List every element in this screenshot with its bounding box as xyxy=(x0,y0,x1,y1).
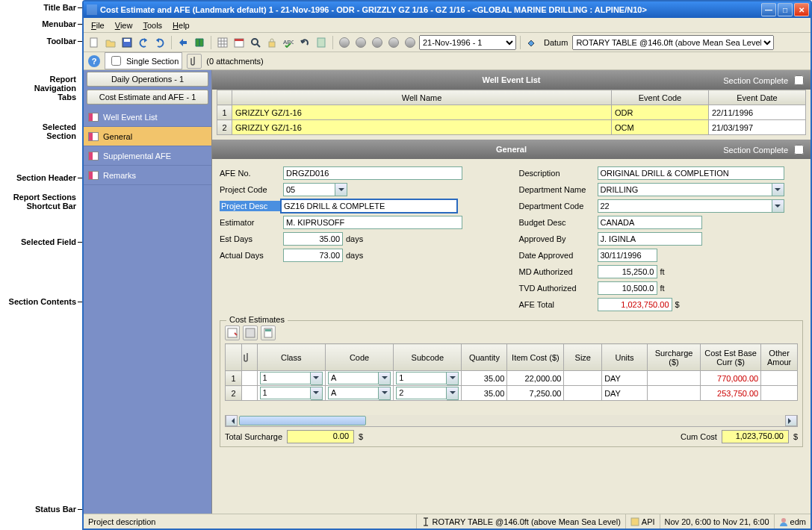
col-cost-est[interactable]: Cost Est Base Curr ($) xyxy=(701,344,761,371)
col-size[interactable]: Size xyxy=(564,344,602,371)
input-date-approved[interactable] xyxy=(598,249,657,262)
col-event-date[interactable]: Event Date xyxy=(709,90,806,105)
section-complete-well-events[interactable]: Section Complete xyxy=(723,73,806,87)
sidebar-item-supplemental-afe[interactable]: Supplemental AFE xyxy=(84,146,211,166)
dropdown-icon[interactable] xyxy=(311,372,323,385)
report-tab-daily-ops[interactable]: Daily Operations - 1 xyxy=(87,72,208,87)
col-other[interactable]: Other Amour xyxy=(761,344,798,371)
dropdown-icon[interactable] xyxy=(379,387,391,400)
single-section-toggle[interactable]: Single Section xyxy=(105,52,182,69)
callout-selected-section: Selected Section xyxy=(43,122,76,140)
col-item-cost[interactable]: Item Cost ($) xyxy=(507,344,564,371)
col-attach[interactable] xyxy=(242,344,257,371)
section-complete-general[interactable]: Section Complete xyxy=(723,143,806,157)
report-icon[interactable] xyxy=(314,35,329,50)
open-icon[interactable] xyxy=(103,35,118,50)
col-class[interactable]: Class xyxy=(257,344,325,371)
input-description[interactable] xyxy=(598,166,784,180)
scroll-left-icon[interactable] xyxy=(226,415,238,426)
input-afe-no[interactable] xyxy=(283,166,462,180)
col-subcode[interactable]: Subcode xyxy=(394,344,462,371)
input-estimator[interactable] xyxy=(283,216,462,229)
date-selector[interactable]: 21-Nov-1996 - 1 xyxy=(419,35,516,50)
section-icon xyxy=(88,171,99,180)
sidebar-item-remarks[interactable]: Remarks xyxy=(84,166,211,185)
sidebar-item-general[interactable]: General xyxy=(84,127,211,146)
datum-selector[interactable]: ROTARY TABLE @146.0ft (above Mean Sea Le… xyxy=(572,35,774,50)
report-tab-cost-estimate[interactable]: Cost Estimate and AFE - 1 xyxy=(87,90,208,105)
table-row[interactable]: 2 1 A 2 35.00 7,250.00 DAY xyxy=(226,386,798,401)
table-row[interactable]: 2 GRIZZLY GZ/1-16 OCM 21/03/1997 xyxy=(217,120,806,135)
input-actual-days[interactable] xyxy=(283,249,343,262)
callout-report-nav-tabs: Report Navigation Tabs xyxy=(34,75,76,102)
refresh-icon[interactable] xyxy=(297,35,312,50)
table-row[interactable]: 1 1 A 1 35.00 22,000.00 DAY xyxy=(226,371,798,386)
ce-remove-icon[interactable] xyxy=(243,325,258,340)
input-est-days[interactable] xyxy=(283,232,343,246)
grid-icon[interactable] xyxy=(215,35,230,50)
attachments-icon[interactable] xyxy=(187,54,202,69)
dropdown-icon[interactable] xyxy=(772,199,784,213)
input-project-code[interactable] xyxy=(283,183,347,196)
scroll-thumb[interactable] xyxy=(239,416,366,425)
menu-help[interactable]: Help xyxy=(168,19,194,31)
horizontal-scrollbar[interactable] xyxy=(225,415,798,427)
sidebar-item-well-event-list[interactable]: Well Event List xyxy=(84,107,211,127)
undo-icon[interactable] xyxy=(136,35,151,50)
dropdown-icon[interactable] xyxy=(447,372,459,385)
nav-last-icon[interactable] xyxy=(386,35,401,50)
dropdown-icon[interactable] xyxy=(335,183,347,196)
close-button[interactable]: ✕ xyxy=(794,3,809,16)
col-quantity[interactable]: Quantity xyxy=(462,344,507,371)
nav-end-icon[interactable] xyxy=(403,35,418,50)
section-complete-checkbox[interactable] xyxy=(794,75,804,85)
section-title: General xyxy=(496,145,527,154)
nav-icon[interactable] xyxy=(176,35,190,50)
redo-icon[interactable] xyxy=(152,35,167,50)
callout-menubar: Menubar xyxy=(42,19,76,28)
paint-icon[interactable] xyxy=(524,35,539,50)
col-code[interactable]: Code xyxy=(325,344,393,371)
input-dept-code[interactable] xyxy=(598,199,784,213)
section-complete-checkbox[interactable] xyxy=(794,145,804,155)
menu-view[interactable]: View xyxy=(111,19,137,31)
save-icon[interactable] xyxy=(120,35,134,50)
maximize-button[interactable]: □ xyxy=(778,3,793,16)
input-tvd-auth[interactable] xyxy=(598,281,657,295)
book-icon[interactable] xyxy=(192,35,207,50)
nav-next-icon[interactable] xyxy=(370,35,385,50)
attachment-count: (0 attachments) xyxy=(206,57,263,66)
unit-label: $ xyxy=(675,300,680,309)
input-budget-desc[interactable] xyxy=(598,216,702,229)
dropdown-icon[interactable] xyxy=(772,183,784,196)
dropdown-icon[interactable] xyxy=(379,372,391,385)
nav-prev-icon[interactable] xyxy=(353,35,368,50)
menu-file[interactable]: File xyxy=(87,19,109,31)
lock-icon[interactable] xyxy=(264,35,279,50)
input-project-desc[interactable] xyxy=(280,199,458,213)
dropdown-icon[interactable] xyxy=(311,387,323,400)
table-row[interactable]: 1 GRIZZLY GZ/1-16 ODR 22/11/1996 xyxy=(217,105,806,120)
title-bar: Cost Estimate and AFE (Landmark default)… xyxy=(84,1,811,18)
input-md-auth[interactable] xyxy=(598,265,657,278)
ce-calc-icon[interactable] xyxy=(261,325,276,340)
help-icon[interactable]: ? xyxy=(88,55,100,67)
scroll-right-icon[interactable] xyxy=(785,415,797,426)
input-approved-by[interactable] xyxy=(598,232,702,246)
status-datum: ROTARY TABLE @146.0ft (above Mean Sea Le… xyxy=(417,514,626,529)
minimize-button[interactable]: — xyxy=(761,3,776,16)
find-icon[interactable] xyxy=(248,35,263,50)
col-well-name[interactable]: Well Name xyxy=(232,90,612,105)
spellcheck-icon[interactable]: ABC xyxy=(281,35,296,50)
col-event-code[interactable]: Event Code xyxy=(612,90,709,105)
nav-first-icon[interactable] xyxy=(337,35,352,50)
input-dept-name[interactable] xyxy=(598,183,784,196)
calendar-icon[interactable] xyxy=(232,35,247,50)
col-units[interactable]: Units xyxy=(602,344,648,371)
menu-tools[interactable]: Tools xyxy=(138,19,167,31)
dropdown-icon[interactable] xyxy=(447,387,459,400)
single-section-checkbox[interactable] xyxy=(111,56,121,66)
ce-add-icon[interactable] xyxy=(225,325,240,340)
col-surcharge[interactable]: Surcharge ($) xyxy=(648,344,701,371)
new-icon[interactable] xyxy=(87,35,102,50)
